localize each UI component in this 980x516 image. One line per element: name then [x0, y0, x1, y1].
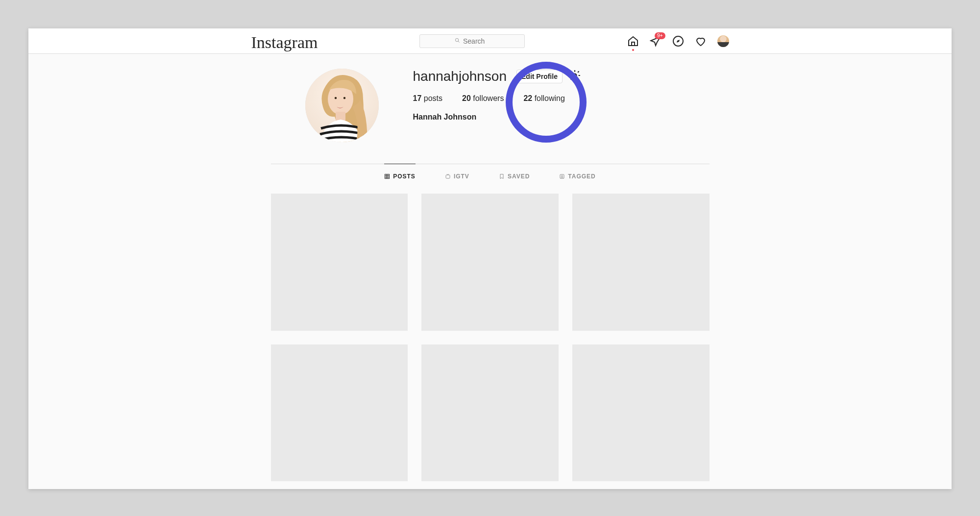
avatar-column — [271, 69, 413, 142]
stat-followers[interactable]: 20 followers — [462, 94, 504, 103]
tab-saved[interactable]: SAVED — [499, 164, 530, 189]
svg-rect-10 — [385, 174, 390, 179]
stat-posts-count: 17 — [413, 94, 422, 102]
instagram-logo[interactable]: Instagram — [251, 33, 318, 52]
svg-rect-15 — [446, 175, 450, 178]
tab-igtv[interactable]: IGTV — [445, 164, 469, 189]
profile-stats: 17 posts 20 followers 22 following — [413, 94, 710, 103]
svg-marker-3 — [677, 40, 680, 43]
tab-saved-label: SAVED — [508, 173, 530, 180]
home-notification-dot — [632, 49, 634, 51]
tab-igtv-label: IGTV — [454, 173, 469, 180]
svg-point-9 — [573, 74, 576, 77]
activity-heart-icon[interactable] — [695, 35, 707, 47]
profile-info: hannahjohnson Edit Profile 17 posts — [413, 69, 710, 142]
igtv-icon — [445, 173, 451, 179]
nav-icons: 9+ — [627, 35, 729, 47]
navbar: Instagram 9+ — [28, 28, 952, 54]
post-tile[interactable] — [421, 344, 559, 482]
search-input[interactable] — [463, 37, 490, 45]
stat-following-label: following — [535, 94, 565, 102]
svg-rect-8 — [336, 112, 345, 121]
navbar-inner: Instagram 9+ — [251, 30, 729, 52]
avatar-thumbnail — [717, 35, 729, 47]
stat-posts-label: posts — [424, 94, 442, 102]
bookmark-icon — [499, 173, 505, 179]
svg-line-1 — [458, 41, 460, 43]
stat-following-count: 22 — [523, 94, 532, 102]
grid-icon — [384, 173, 390, 179]
edit-profile-button[interactable]: Edit Profile — [516, 70, 563, 83]
post-tile[interactable] — [271, 344, 408, 482]
home-icon[interactable] — [627, 35, 639, 47]
tab-posts[interactable]: POSTS — [384, 164, 416, 189]
post-tile[interactable] — [421, 194, 559, 331]
post-tile[interactable] — [572, 194, 710, 331]
svg-point-17 — [562, 175, 563, 177]
stat-posts: 17 posts — [413, 94, 443, 103]
tagged-icon — [559, 173, 565, 179]
search-icon — [455, 38, 460, 44]
stat-followers-label: followers — [473, 94, 504, 102]
profile-avatar[interactable] — [305, 69, 379, 142]
app-frame: Instagram 9+ — [28, 28, 952, 489]
profile-username: hannahjohnson — [413, 69, 507, 84]
messages-icon[interactable]: 9+ — [650, 35, 662, 47]
tab-posts-label: POSTS — [393, 173, 416, 180]
svg-point-6 — [334, 97, 336, 99]
profile-tabs: POSTS IGTV SAVED TAGGED — [271, 164, 710, 189]
profile-display-name: Hannah Johnson — [413, 113, 710, 122]
post-tile[interactable] — [572, 344, 710, 482]
tab-tagged[interactable]: TAGGED — [559, 164, 595, 189]
explore-icon[interactable] — [672, 35, 684, 47]
stat-followers-count: 20 — [462, 94, 471, 102]
profile-container: hannahjohnson Edit Profile 17 posts — [261, 54, 719, 489]
post-grid — [271, 194, 710, 489]
svg-point-7 — [343, 97, 345, 99]
tab-tagged-label: TAGGED — [568, 173, 595, 180]
profile-header: hannahjohnson Edit Profile 17 posts — [271, 69, 710, 142]
messages-badge: 9+ — [655, 32, 665, 39]
stat-following[interactable]: 22 following — [523, 94, 565, 103]
svg-rect-16 — [560, 174, 564, 178]
svg-point-0 — [455, 38, 458, 41]
post-tile[interactable] — [271, 194, 408, 331]
nav-avatar[interactable] — [717, 35, 729, 47]
settings-gear-icon[interactable] — [568, 69, 581, 84]
search-box[interactable] — [419, 34, 525, 48]
profile-row-username: hannahjohnson Edit Profile — [413, 69, 710, 84]
